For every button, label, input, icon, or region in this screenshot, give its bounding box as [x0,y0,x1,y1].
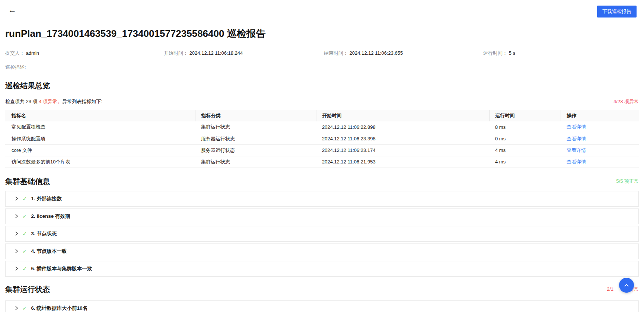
overview-table-body: 常见配置项检查 集群运行状态 2024.12.12 11:06:22.898 8… [5,121,639,168]
success-check-icon: ✓ [22,213,27,220]
overview-heading: 巡检结果总览 [5,80,639,91]
cluster-basic-info-header: 集群基础信息 5/5 项正常 [5,176,639,187]
success-check-icon: ✓ [22,248,27,255]
start-time-label: 开始时间： [164,50,188,56]
start-time-value: 2024.12.12 11:06:18.244 [189,50,243,56]
view-details-link[interactable]: 查看详情 [567,147,586,153]
cell-start-time: 2024.12.12 11:06:21.953 [316,156,489,168]
abnormal-indicators-table: 指标名 指标分类 开始时间 运行时间 操作 常见配置项检查 集群运行状态 202… [5,110,639,168]
collapse-item-label: 1. 外部连接数 [31,195,62,202]
overview-summary-row: 检查项共 23 项 4 项异常。异常列表指标如下: 4/23 项异常 [5,98,639,105]
summary-abnormal-count: 4 项异常。 [39,99,62,104]
submitter-value: admin [26,50,39,56]
col-header-indicator-category: 指标分类 [195,110,316,121]
cluster-running-status-list: ✓ 6. 统计数据库大小前10名 [5,300,639,312]
back-arrow-icon: ← [8,5,16,15]
chevron-up-icon [623,282,630,289]
col-header-actions: 操作 [561,110,639,121]
collapse-item[interactable]: ✓ 5. 插件版本与集群版本一致 [5,261,639,277]
duration-value: 5 s [509,50,515,56]
chevron-right-icon [14,306,19,311]
collapse-item[interactable]: ✓ 1. 外部连接数 [5,191,639,207]
cell-start-time: 2024.12.12 11:06:23.398 [316,133,489,144]
report-meta: 提交人： admin 开始时间： 2024.12.12 11:06:18.244… [5,50,639,57]
overview-abnormal-badge: 4/23 项异常 [613,98,639,105]
cluster-basic-info-heading: 集群基础信息 [5,176,50,187]
table-row: 常见配置项检查 集群运行状态 2024.12.12 11:06:22.898 8… [5,121,639,133]
page-title: runPlan_1734001463539_173400157723558640… [5,27,639,40]
col-header-start-time: 开始时间 [316,110,489,121]
chevron-right-icon [14,231,19,236]
collapse-item-label: 6. 统计数据库大小前10名 [31,305,88,312]
collapse-item-label: 4. 节点版本一致 [31,248,67,255]
chevron-right-icon [14,214,19,219]
success-check-icon: ✓ [22,230,27,237]
table-row: 操作系统配置项 服务器运行状态 2024.12.12 11:06:23.398 … [5,133,639,144]
collapse-item-label: 3. 节点状态 [31,230,57,237]
collapse-item-label: 2. license 有效期 [31,213,70,220]
success-check-icon: ✓ [22,305,27,312]
submitter-label: 提交人： [5,50,25,56]
collapse-item[interactable]: ✓ 6. 统计数据库大小前10名 [5,300,639,312]
table-row: core 文件 服务器运行状态 2024.12.12 11:06:23.174 … [5,144,639,156]
end-time-label: 结束时间： [324,50,348,56]
success-check-icon: ✓ [22,195,27,202]
overview-summary-text: 检查项共 23 项 4 项异常。异常列表指标如下: [5,98,102,105]
collapse-item[interactable]: ✓ 4. 节点版本一致 [5,243,639,259]
cell-indicator-name: 常见配置项检查 [5,121,195,133]
abnormal-badge-left-fragment: 2/1 [607,286,613,292]
cell-run-time: 8 ms [489,121,561,133]
scroll-to-top-button[interactable] [619,278,634,293]
cluster-running-status-header: 集群运行状态 2/1 异常 [5,284,639,295]
collapse-item[interactable]: ✓ 2. license 有效期 [5,208,639,224]
cell-run-time: 4 ms [489,144,561,156]
cell-run-time: 0 ms [489,133,561,144]
meta-submitter: 提交人： admin [5,50,164,57]
view-details-link[interactable]: 查看详情 [567,159,586,165]
cluster-basic-info-normal-badge: 5/5 项正常 [616,178,639,185]
topbar: ← 下载巡检报告 [5,0,639,18]
view-details-link[interactable]: 查看详情 [567,136,586,141]
cluster-running-status-heading: 集群运行状态 [5,284,50,295]
meta-start-time: 开始时间： 2024.12.12 11:06:18.244 [164,50,324,57]
chevron-right-icon [14,196,19,201]
chevron-right-icon [14,249,19,254]
collapse-item-label: 5. 插件版本与集群版本一致 [31,265,92,272]
view-details-link[interactable]: 查看详情 [567,124,586,130]
table-header-row: 指标名 指标分类 开始时间 运行时间 操作 [5,110,639,121]
col-header-run-time: 运行时间 [489,110,561,121]
cell-indicator-name: 操作系统配置项 [5,133,195,144]
success-check-icon: ✓ [22,265,27,272]
description-label: 巡检描述: [5,64,26,70]
chevron-right-icon [14,266,19,271]
cell-indicator-name: 访问次数最多的前10个库表 [5,156,195,168]
summary-prefix: 检查项共 23 项 [5,99,39,104]
cell-run-time: 4 ms [489,156,561,168]
meta-duration: 运行时间： 5 s [483,50,639,57]
cluster-basic-info-list: ✓ 1. 外部连接数 ✓ 2. license 有效期 ✓ 3. 节点状态 ✓ … [5,191,639,277]
duration-label: 运行时间： [483,50,507,56]
table-row: 访问次数最多的前10个库表 集群运行状态 2024.12.12 11:06:21… [5,156,639,168]
inspection-report-page: ← 下载巡检报告 runPlan_1734001463539_173400157… [0,0,644,312]
cell-start-time: 2024.12.12 11:06:23.174 [316,144,489,156]
cell-indicator-name: core 文件 [5,144,195,156]
summary-suffix: 异常列表指标如下: [62,99,102,104]
meta-description: 巡检描述: [5,64,639,71]
collapse-item[interactable]: ✓ 3. 节点状态 [5,226,639,242]
cell-indicator-category: 服务器运行状态 [195,144,316,156]
meta-end-time: 结束时间： 2024.12.12 11:06:23.655 [324,50,483,57]
col-header-indicator-name: 指标名 [5,110,195,121]
cell-indicator-category: 集群运行状态 [195,156,316,168]
end-time-value: 2024.12.12 11:06:23.655 [350,50,403,56]
cell-indicator-category: 集群运行状态 [195,121,316,133]
cell-start-time: 2024.12.12 11:06:22.898 [316,121,489,133]
download-report-button[interactable]: 下载巡检报告 [597,6,637,17]
cell-indicator-category: 服务器运行状态 [195,133,316,144]
back-button[interactable]: ← [8,6,16,14]
